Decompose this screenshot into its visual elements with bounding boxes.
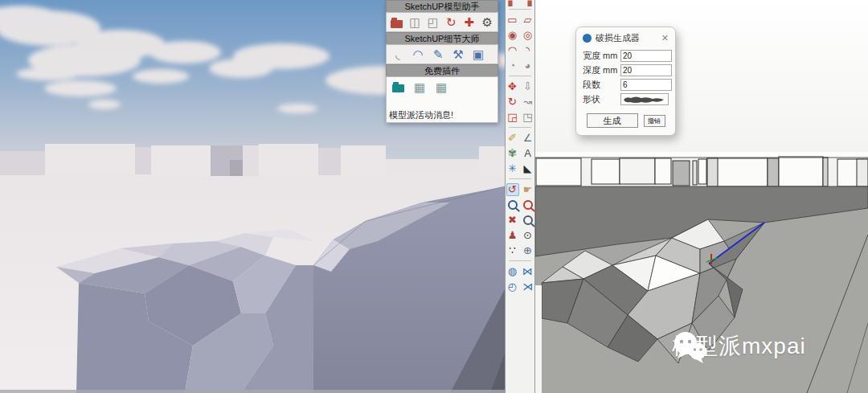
dialog-title: 破损生成器 [596, 32, 640, 44]
walk-tool-icon[interactable]: ∵ [506, 244, 519, 257]
dialog-fields: 宽度 mm深度 mm段数形状 [583, 50, 669, 105]
paint-bucket-tool-icon[interactable]: ✾ [506, 147, 519, 160]
free-plugins-title: 免费插件 [386, 64, 498, 76]
axe-tool-icon[interactable]: ⚒ [451, 47, 465, 62]
shape-preview[interactable] [620, 93, 669, 105]
tool-row: ✳◣ [506, 161, 534, 176]
round-corner-icon[interactable]: ◟ [391, 47, 405, 62]
arch-tool-icon[interactable]: ◠ [411, 47, 425, 62]
first-aid-kit-icon[interactable]: ✚ [463, 15, 476, 30]
segments-row: 段数 [583, 79, 669, 91]
sketchup-screenshot: SketchUP模型助手 ◫◰↻✚⚙ SketchUP细节大师 ◟◠✎⚒▣ 免费… [0, 0, 868, 393]
panel-message: 模型派活动消息! [389, 109, 453, 121]
toolbar-divider [509, 127, 531, 128]
clipped-tool-b-icon[interactable]: ▞ [522, 0, 534, 6]
zoom-window-tool-icon[interactable] [522, 199, 534, 211]
tool-row: ✾A [506, 145, 534, 161]
zoom-tool-icon[interactable] [506, 199, 519, 211]
undo-button[interactable]: 撤销 [644, 115, 665, 127]
offset-tool-icon[interactable]: ◳ [522, 111, 534, 124]
compass-tool-icon[interactable]: ⊕ [522, 244, 534, 257]
section-plane-tool-icon[interactable]: ◍ [506, 265, 519, 278]
section-display-tool-icon[interactable]: ⋈ [522, 265, 534, 278]
3d-text-tool-icon[interactable]: ◣ [522, 162, 534, 175]
frame-bottom-edge [0, 390, 505, 393]
teal-folder-icon[interactable] [391, 80, 405, 94]
tool-row: ✐∠ [506, 130, 534, 145]
cube-photo-icon[interactable]: ◫ [409, 15, 422, 30]
rectangle-tool-icon[interactable]: ▭ [506, 14, 519, 27]
left-sliver [535, 285, 542, 393]
tool-row: ∵⊕ [506, 243, 534, 258]
segments-label: 段数 [583, 79, 620, 91]
move-tool-icon[interactable]: ✥ [506, 80, 519, 93]
zoom-extents-tool-icon[interactable]: ✖ [506, 214, 519, 227]
position-camera-tool-icon[interactable]: ♟ [506, 229, 519, 242]
plugin-badge-1-icon[interactable]: ▦ [412, 80, 427, 94]
generate-button[interactable]: 生成 [587, 113, 638, 128]
toolbar-divider [509, 76, 531, 76]
folder-icon[interactable] [391, 15, 403, 30]
wechat-icon [672, 331, 709, 365]
tool-row: ✥⇩ [506, 79, 534, 94]
watermark: 模型派mxpai [672, 331, 806, 362]
free-plugins-area: ▦▦ 模型派活动消息! [386, 76, 498, 123]
depth-input[interactable] [620, 64, 672, 76]
tool-row: ✖ [506, 212, 534, 227]
pie-tool-icon[interactable]: ◔ [506, 59, 519, 72]
tool-row: ◔◕ [506, 58, 534, 73]
dialog-gear-icon [583, 34, 592, 43]
segments-input[interactable] [620, 79, 672, 91]
previous-view-tool-icon[interactable] [522, 214, 534, 227]
axes-tool-icon[interactable]: ✳ [506, 162, 519, 175]
width-input[interactable] [620, 50, 672, 62]
protractor-tool-icon[interactable]: ∠ [522, 132, 534, 145]
pen-tool-icon[interactable]: ✎ [431, 47, 445, 62]
toolbox-icon[interactable]: ▣ [471, 47, 485, 62]
cube-edit-icon[interactable]: ◰ [427, 15, 440, 30]
text-tool-icon[interactable]: A [522, 147, 534, 160]
rotated-rectangle-tool-icon[interactable]: ▱ [522, 14, 534, 27]
polygon-tool-icon[interactable]: ◎ [522, 29, 534, 42]
tool-row: ♟⊙ [506, 227, 534, 243]
close-icon[interactable]: ✕ [661, 33, 669, 43]
tool-row: ◲◳ [506, 109, 534, 125]
tool-row: ◍⋈ [506, 264, 534, 279]
tool-row: ◉◎ [506, 27, 534, 43]
free-plugins-toolbar: ▦▦ [391, 80, 493, 94]
toolbar-divider [509, 178, 531, 179]
plugin-panel: SketchUP模型助手 ◫◰↻✚⚙ SketchUP细节大师 ◟◠✎⚒▣ 免费… [386, 0, 498, 123]
model-assistant-toolbar: ◫◰↻✚⚙ [386, 12, 498, 32]
pan-tool-icon[interactable]: ☛ [522, 183, 534, 196]
plugin-badge-2-icon[interactable]: ▦ [434, 80, 448, 94]
tool-row: ◠◝ [506, 43, 534, 58]
rotate-tool-icon[interactable]: ↻ [506, 96, 519, 108]
shape-label: 形状 [583, 93, 620, 105]
two-point-arc-tool-icon[interactable]: ◝ [522, 44, 534, 57]
follow-me-tool-icon[interactable]: ↝ [522, 96, 534, 108]
tool-row: ◴⋊ [506, 279, 534, 294]
arc-tool-icon[interactable]: ◠ [506, 44, 519, 57]
drape-tool-icon[interactable]: ⇩ [522, 80, 534, 93]
refresh-camera-icon[interactable]: ↻ [445, 15, 458, 30]
detail-master-toolbar: ◟◠✎⚒▣ [386, 44, 498, 64]
sector-tool-icon[interactable]: ◕ [522, 59, 534, 72]
orbit-tool-icon[interactable]: ↺ [506, 183, 519, 196]
toolbar-divider [509, 260, 531, 261]
clipped-tool-a-icon[interactable]: ▚ [506, 0, 519, 6]
look-around-tool-icon[interactable]: ⊙ [522, 229, 534, 242]
tape-measure-tool-icon[interactable]: ✐ [506, 132, 519, 145]
section-cut-tool-icon[interactable]: ◴ [506, 280, 519, 293]
depth-label: 深度 mm [583, 64, 620, 76]
scale-tool-icon[interactable]: ◲ [506, 111, 519, 124]
model-assistant-title: SketchUP模型助手 [386, 0, 498, 12]
circle-tool-icon[interactable]: ◉ [506, 29, 519, 42]
width-label: 宽度 mm [583, 50, 620, 62]
gear-icon[interactable]: ⚙ [481, 15, 494, 30]
tool-row: ↺☛ [506, 182, 534, 197]
tool-row: ↻↝ [506, 94, 534, 109]
tool-row: ▚▞ [506, 0, 534, 6]
depth-row: 深度 mm [583, 64, 669, 76]
section-fill-tool-icon[interactable]: ⋊ [522, 280, 534, 293]
detail-master-title: SketchUP细节大师 [386, 32, 498, 44]
